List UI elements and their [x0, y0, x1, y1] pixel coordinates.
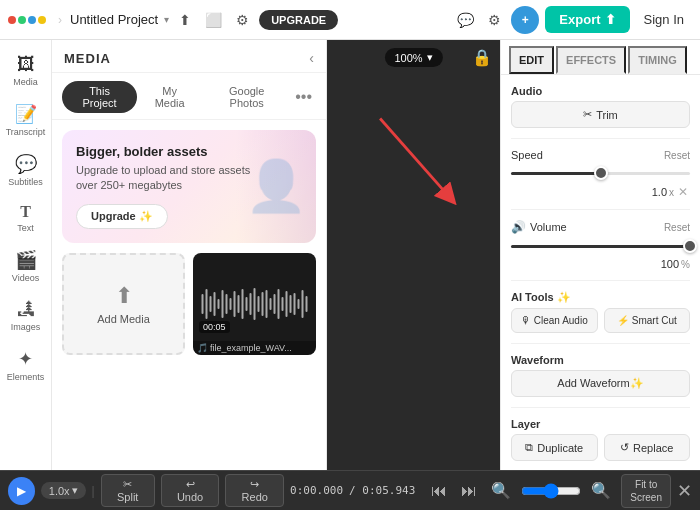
text-icon: T: [20, 203, 31, 221]
duplicate-icon: ⧉: [525, 441, 533, 454]
tl-separator: |: [92, 484, 95, 498]
speed-clear-button[interactable]: ✕: [676, 185, 690, 199]
share-button[interactable]: ⬆: [175, 8, 195, 32]
tab-my-media[interactable]: My Media: [137, 81, 202, 113]
fit-screen-button[interactable]: Fit toScreen: [621, 474, 671, 508]
sidebar-item-images[interactable]: 🏞 Images: [4, 293, 48, 338]
volume-thumb[interactable]: [683, 239, 697, 253]
svg-rect-11: [246, 297, 248, 311]
ai-tools-row: 🎙 Clean Audio ⚡ Smart Cut: [511, 308, 690, 333]
signin-button[interactable]: Sign In: [636, 8, 692, 31]
play-button[interactable]: ▶: [8, 477, 35, 505]
videos-icon: 🎬: [15, 249, 37, 271]
svg-rect-8: [234, 291, 236, 317]
svg-rect-23: [294, 293, 296, 315]
settings-button[interactable]: ⚙: [232, 8, 253, 32]
duplicate-button[interactable]: ⧉ Duplicate: [511, 434, 598, 461]
smart-cut-button[interactable]: ⚡ Smart Cut: [604, 308, 691, 333]
sidebar-item-media[interactable]: 🖼 Media: [4, 48, 48, 93]
split-button[interactable]: ✂ Split: [101, 474, 155, 507]
svg-rect-13: [254, 288, 256, 320]
undo-button[interactable]: ↩ Undo: [161, 474, 220, 507]
timeline-controls: ▶ 1.0x ▾ | ✂ Split ↩ Undo ↪ Redo 0:00.00…: [0, 470, 700, 510]
project-dropdown-icon[interactable]: ▾: [164, 14, 169, 25]
volume-icon: 🔊: [511, 220, 526, 234]
sidebar-item-label: Transcript: [6, 127, 46, 137]
sidebar-item-text[interactable]: T Text: [4, 197, 48, 239]
svg-rect-9: [238, 295, 240, 313]
waveform-label: Waveform: [511, 354, 690, 366]
svg-rect-21: [286, 291, 288, 317]
sidebar-item-transcript[interactable]: 📝 Transcript: [4, 97, 48, 143]
speed-badge-chevron-icon: ▾: [72, 484, 78, 497]
zoom-out-button[interactable]: 🔍: [487, 479, 515, 502]
svg-rect-2: [210, 296, 212, 312]
volume-unit: %: [681, 259, 690, 270]
gear-button[interactable]: ⚙: [484, 8, 505, 32]
tab-effects[interactable]: EFFECTS: [556, 46, 626, 74]
add-waveform-button[interactable]: Add Waveform✨: [511, 370, 690, 397]
sidebar-item-label: Videos: [12, 273, 39, 283]
divider: [511, 209, 690, 210]
zoom-slider[interactable]: [521, 483, 581, 499]
skip-start-button[interactable]: ⏮: [427, 480, 451, 502]
left-sidebar: 🖼 Media 📝 Transcript 💬 Subtitles T Text …: [0, 40, 52, 470]
clean-audio-button[interactable]: 🎙 Clean Audio: [511, 308, 598, 333]
speed-reset[interactable]: Reset: [664, 150, 690, 161]
preview-zoom-control[interactable]: 100% ▾: [384, 48, 442, 67]
svg-rect-7: [230, 298, 232, 310]
export-button[interactable]: Export ⬆: [545, 6, 629, 33]
total-time: / 0:05.943: [349, 484, 415, 497]
topbar: › Untitled Project ▾ ⬆ ⬜ ⚙ UPGRADE 💬 ⚙ +…: [0, 0, 700, 40]
microphone-icon: 🎙: [521, 315, 531, 326]
speed-thumb[interactable]: [594, 166, 608, 180]
replace-icon: ↺: [620, 441, 629, 454]
add-media-button[interactable]: ⬆ Add Media: [62, 253, 185, 356]
right-content: Audio ✂ Trim Speed Reset: [501, 75, 700, 470]
redo-button[interactable]: ↪ Redo: [225, 474, 284, 507]
divider: [511, 343, 690, 344]
upgrade-banner-button[interactable]: Upgrade ✨: [76, 204, 168, 229]
tab-edit[interactable]: EDIT: [509, 46, 554, 74]
svg-rect-4: [218, 299, 220, 309]
preview-button[interactable]: ⬜: [201, 8, 226, 32]
ai-tools-label: AI Tools ✨: [511, 291, 690, 304]
lock-icon[interactable]: 🔒: [472, 48, 492, 67]
layer-buttons: ⧉ Duplicate ↺ Replace: [511, 434, 690, 461]
sidebar-item-label: Media: [13, 77, 38, 87]
trim-button[interactable]: ✂ Trim: [511, 101, 690, 128]
volume-slider[interactable]: [511, 236, 690, 256]
images-icon: 🏞: [17, 299, 35, 320]
music-file-icon: 🎵: [197, 343, 208, 353]
speed-badge[interactable]: 1.0x ▾: [41, 482, 86, 499]
tab-this-project[interactable]: This Project: [62, 81, 137, 113]
divider: [511, 280, 690, 281]
avatar[interactable]: +: [511, 6, 539, 34]
sidebar-item-elements[interactable]: ✦ Elements: [4, 342, 48, 388]
divider: [511, 138, 690, 139]
timecode: 0:00.000: [290, 484, 343, 497]
tab-google-photos[interactable]: Google Photos: [202, 81, 291, 113]
project-name: Untitled Project: [70, 12, 158, 27]
export-icon: ⬆: [605, 12, 616, 27]
zoom-chevron-icon: ▾: [427, 51, 433, 64]
tab-timing[interactable]: TIMING: [628, 46, 687, 74]
speed-slider[interactable]: [511, 163, 690, 183]
speed-track: [511, 172, 690, 175]
chat-button[interactable]: 💬: [453, 8, 478, 32]
speed-badge-value: 1.0x: [49, 485, 70, 497]
sidebar-item-subtitles[interactable]: 💬 Subtitles: [4, 147, 48, 193]
sidebar-item-videos[interactable]: 🎬 Videos: [4, 243, 48, 289]
media-more-button[interactable]: •••: [291, 81, 316, 113]
close-button[interactable]: ✕: [677, 480, 692, 502]
volume-reset[interactable]: Reset: [664, 222, 690, 233]
media-item[interactable]: 00:05 🎵 file_example_WAV...: [193, 253, 316, 356]
upgrade-button[interactable]: UPGRADE: [259, 10, 338, 30]
skip-end-button[interactable]: ⏭: [457, 480, 481, 502]
subtitles-icon: 💬: [15, 153, 37, 175]
zoom-in-button[interactable]: 🔍: [587, 479, 615, 502]
panel-collapse-button[interactable]: ‹: [309, 50, 314, 66]
transcript-icon: 📝: [15, 103, 37, 125]
add-media-label: Add Media: [97, 313, 150, 325]
replace-button[interactable]: ↺ Replace: [604, 434, 691, 461]
